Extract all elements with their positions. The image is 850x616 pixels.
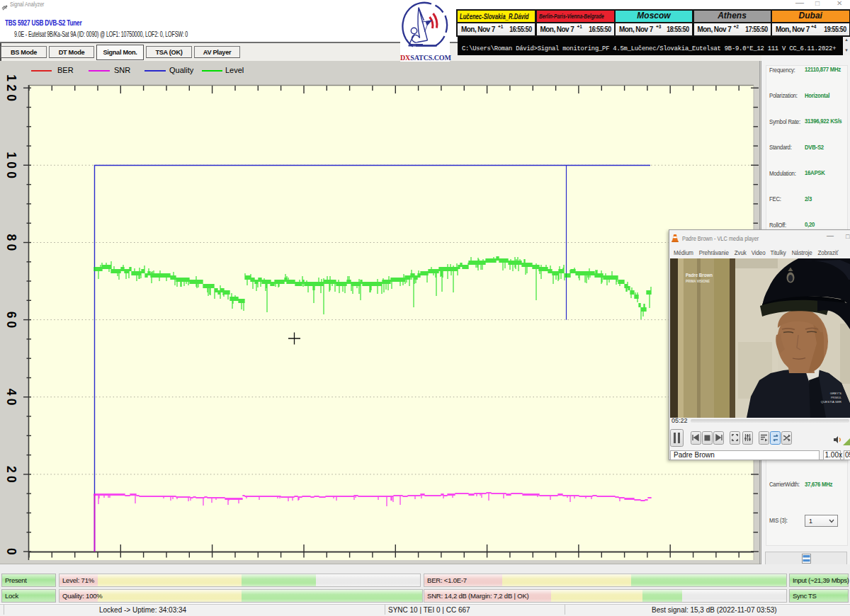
svg-text:GREY'S: GREY'S (830, 392, 842, 395)
svg-text:60: 60 (4, 312, 18, 331)
svg-text:20: 20 (4, 466, 18, 486)
svg-text:40: 40 (4, 389, 18, 409)
svg-text:100: 100 (4, 152, 18, 181)
svg-text:QUESTIA SER: QUESTIA SER (821, 400, 842, 404)
svg-text:Padre Brown: Padre Brown (686, 272, 713, 278)
svg-text:0: 0 (4, 548, 18, 558)
svg-text:PRIMA VISIONE: PRIMA VISIONE (686, 280, 710, 283)
svg-text:120: 120 (4, 74, 18, 104)
svg-text:80: 80 (4, 234, 18, 254)
svg-text:PRIMUL: PRIMUL (831, 396, 842, 399)
